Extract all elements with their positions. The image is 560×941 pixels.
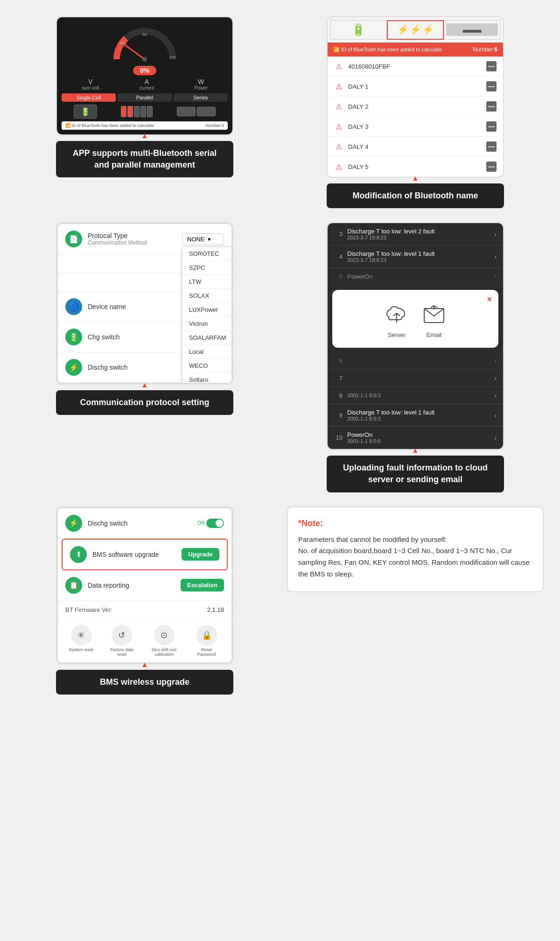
fault-num-4: 4 [334, 253, 343, 260]
dd-item-victron[interactable]: Victron [182, 317, 232, 331]
fault-item-9[interactable]: 9 Discharge T too low: level 1 fault 200… [328, 404, 503, 427]
system-reset-item[interactable]: ✳ System reset [69, 625, 93, 657]
tab-series[interactable]: Series [174, 93, 228, 102]
bt-item-0[interactable]: ⚠ 401608010FBF — [328, 56, 503, 77]
stat-current: A current [140, 78, 154, 91]
fault-item-4[interactable]: 4 Discharge T too low: level 1 fault 202… [328, 246, 503, 268]
bt-header-text: 📶 ID of BlueTooth has been added to calc… [333, 47, 442, 53]
device-grid-row1: 🔋 ⚡⚡⚡ ▬▬ [330, 20, 500, 40]
tab-parallel[interactable]: Parallel [118, 93, 172, 102]
bt-header-number: Number:6 [473, 46, 497, 53]
bt-item-remove-3[interactable]: — [486, 121, 497, 132]
bt-item-name-4: DALY 4 [348, 143, 482, 150]
modal-options: Server [385, 304, 446, 338]
fault-date-10: 2001-1-1 8:0:0 [347, 438, 490, 444]
dd-item-soalarfam[interactable]: SOALARFAM [182, 331, 232, 345]
reset-password-item[interactable]: 🔒 Reset Password [193, 625, 221, 657]
fault-item-6[interactable]: 6 › [328, 352, 503, 370]
bt-top-bar: 📶 ID of BlueTooth has been added to calc… [328, 42, 503, 56]
caption-bt-name-text: Modification of Bluetooth name [353, 191, 478, 200]
bt-item-name-3: DALY 3 [348, 123, 482, 130]
dd-item-soltaro[interactable]: Soltaro [182, 373, 232, 384]
fault-screen: 3 Discharge T too low: level 2 fault 202… [328, 223, 503, 449]
dischg-toggle[interactable] [206, 519, 224, 528]
bs1 [177, 107, 196, 116]
device-grid-top: 🔋 ⚡⚡⚡ ▬▬ [328, 17, 503, 42]
svg-text:0: 0 [116, 55, 118, 59]
comm-method-label: Communication Method [88, 239, 176, 246]
proto-select-btn[interactable]: NONE ▾ [182, 233, 224, 245]
note-box: *Note: Parameters that cannot be modifie… [287, 506, 544, 592]
bt-item-remove-0[interactable]: — [486, 61, 497, 71]
svg-line-4 [124, 44, 145, 59]
modal-close-btn[interactable]: × [487, 295, 492, 304]
stats-row: V sum volt A current W Power [62, 78, 228, 91]
dd-item-szpc[interactable]: SZPC [182, 261, 232, 275]
bt-item-remove-4[interactable]: — [486, 141, 497, 152]
caption-comm-proto: Communication protocol setting [56, 390, 233, 415]
fault-info-4: Discharge T too low: level 1 fault 2023-… [347, 250, 490, 263]
dg-cell2[interactable]: ⚡⚡⚡ [387, 20, 444, 40]
fault-info-5: PowerOn [347, 273, 490, 280]
upgrade-software-highlight: ⬆ BMS software upgrade Upgrade [62, 539, 228, 570]
proto-type-row: 📄 Protocal Type Communication Method NON… [58, 224, 231, 254]
zero-drift-label: Zero drift curr calibration [150, 647, 178, 657]
fault-info-3: Discharge T too low: level 2 fault 2023-… [347, 228, 490, 240]
fault-chevron-8: › [494, 392, 497, 399]
svg-text:100: 100 [169, 55, 176, 59]
upgrade-btn[interactable]: Upgrade [182, 548, 219, 561]
current-icon: A [140, 78, 154, 85]
upload-modal: × Server [332, 290, 498, 348]
fault-item-3[interactable]: 3 Discharge T too low: level 2 fault 202… [328, 223, 503, 246]
volt-icon: V [82, 78, 99, 85]
upgrade-mockup: ⚡ Dischg switch ON ⬆ BMS software upgrad… [56, 506, 233, 664]
fault-item-5[interactable]: 5 PowerOn › [328, 268, 503, 285]
factory-reset-item[interactable]: ↺ Factory data reset [108, 625, 136, 657]
bc5 [147, 106, 153, 117]
bt-item-3[interactable]: ⚠ DALY 3 — [328, 117, 503, 137]
fault-item-8[interactable]: 8 2001-1-1 8:0:3 › [328, 387, 503, 404]
escalation-btn[interactable]: Escalation [181, 579, 224, 591]
dd-item-luxpower[interactable]: LUXPower [182, 303, 232, 317]
modal-server-option[interactable]: Server [385, 304, 408, 338]
proto-select-value: NONE [187, 236, 205, 243]
dd-item-sorotec[interactable]: SOROTEC [182, 247, 232, 261]
bt-item-remove-5[interactable]: — [486, 162, 497, 172]
modal-server-label: Server [385, 331, 408, 338]
upgrade-dischg-row: ⚡ Dischg switch ON [58, 508, 231, 539]
caption-multi-bt-text: APP supports multi-Bluetooth serial and … [73, 148, 217, 169]
data-reporting-label: Data reporting [88, 582, 175, 589]
cell-fault-upload: 3 Discharge T too low: level 2 fault 202… [280, 215, 551, 499]
proto-mockup: 📄 Protocal Type Communication Method NON… [56, 222, 233, 385]
fault-item-7[interactable]: 7 › [328, 370, 503, 387]
bc4 [140, 106, 146, 117]
email-icon [422, 304, 446, 329]
dd-item-solax[interactable]: SOLAX [182, 289, 232, 303]
bt-item-remove-1[interactable]: — [486, 81, 497, 91]
dd-item-ltw[interactable]: LTW [182, 275, 232, 289]
fault-num-7: 7 [334, 375, 343, 382]
firmware-ver-label: BT Firmware Ver: [65, 606, 112, 613]
dd-item-weco[interactable]: WECO [182, 359, 232, 373]
upgrade-dischg-label: Dischg switch [88, 520, 192, 527]
dd-item-local[interactable]: Local [182, 345, 232, 359]
tab-single-cell[interactable]: Single Cell [62, 93, 116, 102]
bt-item-2[interactable]: ⚠ DALY 2 — [328, 97, 503, 117]
caption-bms-upgrade: BMS wireless upgrade [56, 670, 233, 695]
bt-item-icon-0: ⚠ [334, 62, 343, 71]
bc3 [134, 106, 140, 117]
bt-item-1[interactable]: ⚠ DALY 1 — [328, 77, 503, 97]
fault-title-5: PowerOn [347, 273, 490, 280]
bt-item-4[interactable]: ⚠ DALY 4 — [328, 137, 503, 157]
cell-multi-bluetooth: 50 0 100 SOC 0% V sum volt [9, 9, 280, 215]
fault-title-4: Discharge T too low: level 1 fault [347, 250, 490, 257]
upgrade-dischg-icon: ⚡ [65, 515, 82, 532]
bt-item-remove-2[interactable]: — [486, 101, 497, 112]
fault-date-4: 2023-3-7 19:8:23 [347, 257, 490, 263]
modal-email-option[interactable]: Email [422, 304, 446, 338]
bt-item-icon-2: ⚠ [334, 102, 343, 111]
fault-num-3: 3 [334, 231, 343, 238]
toggle-knob [216, 520, 223, 527]
dischg-toggle-on-label: ON [197, 520, 204, 526]
zero-drift-item[interactable]: ⊙ Zero drift curr calibration [150, 625, 178, 657]
